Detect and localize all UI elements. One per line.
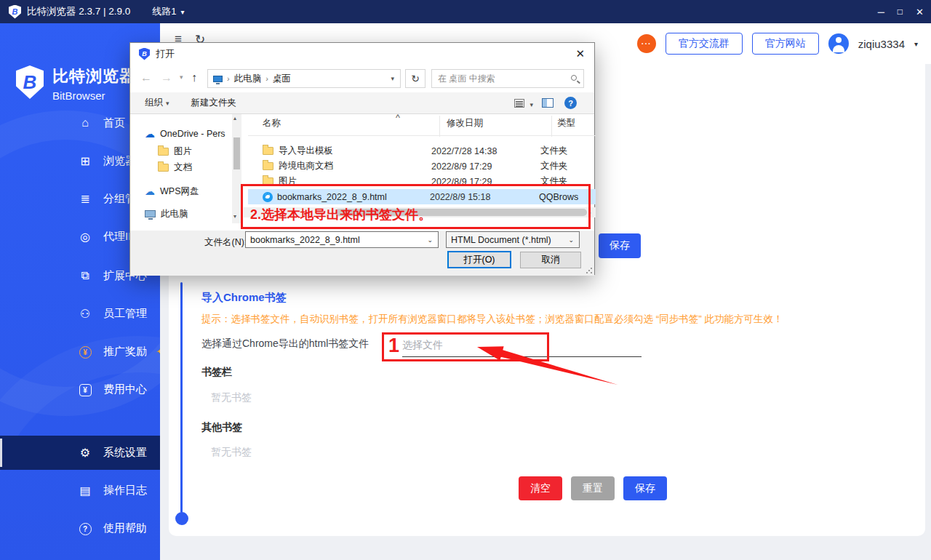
search-placeholder: 在 桌面 中搜索 — [438, 73, 495, 85]
computer-icon — [145, 210, 156, 217]
column-header-date[interactable]: 修改日期 — [447, 117, 483, 129]
scrollbar-thumb[interactable] — [233, 137, 240, 169]
new-folder-button[interactable]: 新建文件夹 — [191, 97, 237, 109]
sidebar-item-help[interactable]: ? 使用帮助 — [0, 511, 160, 545]
reset-button[interactable]: 重置 — [571, 476, 615, 500]
windows-grid-icon: ⊞ — [77, 154, 93, 168]
open-file-dialog: B 打开 ✕ ← → ▾ ↑ › 此电脑 › 桌面 ▾ ↻ 在 桌面 中搜索 组… — [129, 42, 595, 275]
people-icon: ⚇ — [77, 307, 93, 321]
column-header-type[interactable]: 类型 — [557, 117, 575, 129]
filename-combobox[interactable]: bookmarks_2022_8_9.html ⌄ — [245, 231, 439, 248]
forward-icon[interactable]: → — [161, 71, 172, 84]
yen-circle-icon: ¥ — [77, 345, 93, 359]
other-bookmarks-label: 其他书签 — [201, 421, 242, 434]
combo-caret-icon[interactable]: ⌄ — [427, 236, 433, 244]
section-heading: 导入Chrome书签 — [201, 291, 287, 305]
avatar[interactable] — [828, 33, 849, 54]
sparkle-icon: ✦✧ — [156, 345, 160, 359]
annotation-number-step1: 1 — [388, 335, 399, 357]
tree-item-documents[interactable]: 文档 — [158, 160, 192, 175]
search-icon — [571, 75, 577, 81]
sidebar-item-faq[interactable]: i 常见问题 — [0, 549, 160, 560]
help-icon[interactable]: ? — [564, 97, 577, 109]
folder-icon — [263, 162, 273, 170]
file-row-import-export-template[interactable]: 导入导出模板 2022/7/28 14:38 文件夹 — [248, 143, 596, 159]
user-menu-caret-icon[interactable]: ▾ — [914, 40, 918, 48]
tree-item-onedrive[interactable]: ☁ OneDrive - Pers — [145, 127, 231, 141]
line-selector[interactable]: 线路1 — [152, 5, 176, 18]
back-icon[interactable]: ← — [140, 71, 152, 84]
computer-icon — [213, 76, 223, 82]
location-pin-icon: ◎ — [77, 230, 93, 244]
wps-cloud-icon: ☁ — [145, 185, 155, 197]
official-group-button[interactable]: 官方交流群 — [666, 33, 743, 55]
clear-button[interactable]: 清空 — [519, 476, 562, 500]
logo-subtitle: BitBrowser — [52, 89, 136, 102]
line-caret-icon[interactable]: ▾ — [181, 8, 185, 16]
minimize-button[interactable]: ─ — [878, 7, 884, 17]
cancel-button[interactable]: 取消 — [520, 252, 581, 268]
shield-yen-icon: ¥ — [77, 383, 93, 396]
filetype-combobox[interactable]: HTML Document (*.html) ⌄ — [446, 231, 580, 248]
resize-grip[interactable] — [586, 267, 592, 273]
section-scroll-line — [180, 282, 183, 513]
dialog-close-icon[interactable]: ✕ — [575, 47, 585, 60]
folder-icon — [158, 148, 169, 156]
breadcrumb-this-pc[interactable]: 此电脑 — [234, 73, 262, 85]
sidebar-item-staff-management[interactable]: ⚇ 员工管理 — [0, 297, 160, 330]
scroll-down-icon[interactable]: ▾ — [233, 213, 236, 220]
layers-icon: ≣ — [77, 192, 93, 206]
sidebar-item-promotion-rewards[interactable]: ¥ 推广奖励 ✦✧ — [0, 335, 160, 368]
breadcrumb-desktop[interactable]: 桌面 — [273, 73, 291, 85]
official-site-button[interactable]: 官方网站 — [752, 33, 819, 55]
bookmark-bar-label: 书签栏 — [201, 366, 232, 379]
logo-title: 比特浏览器 — [52, 65, 136, 87]
dialog-bottom-bar: 文件名(N): bookmarks_2022_8_9.html ⌄ HTML D… — [130, 231, 594, 276]
sidebar-item-operation-log[interactable]: ▤ 操作日志 — [0, 473, 160, 507]
log-icon: ▤ — [77, 484, 93, 497]
maximize-button[interactable]: □ — [898, 7, 903, 17]
tree-item-pictures[interactable]: 图片 — [158, 144, 192, 159]
dialog-search-box[interactable]: 在 桌面 中搜索 — [431, 69, 584, 88]
annotation-text-step2: 2.选择本地导出来的书签文件。 — [250, 206, 431, 223]
preview-pane-icon[interactable] — [542, 98, 554, 108]
up-icon[interactable]: ↑ — [191, 71, 197, 84]
sort-ascending-icon: ^ — [396, 113, 400, 123]
username[interactable]: ziqiu3334 — [858, 38, 905, 50]
sidebar-item-system-settings[interactable]: ⚙ 系统设置 — [0, 436, 160, 470]
cube-icon: ⧉ — [77, 269, 93, 282]
close-button[interactable]: ✕ — [916, 7, 924, 17]
view-caret-icon[interactable]: ▾ — [530, 101, 533, 108]
dialog-titlebar[interactable]: B 打开 ✕ — [130, 43, 594, 65]
section-scroll-dot[interactable] — [175, 512, 188, 525]
file-row-crossborder-docs[interactable]: 跨境电商文档 2022/8/9 17:29 文件夹 — [248, 159, 596, 174]
folder-icon — [158, 164, 169, 172]
combo-caret-icon[interactable]: ⌄ — [568, 236, 574, 244]
gear-icon: ⚙ — [77, 446, 93, 460]
open-button[interactable]: 打开(O) — [447, 251, 511, 268]
question-circle-icon: ? — [77, 521, 93, 535]
breadcrumb-caret-icon[interactable]: ▾ — [391, 75, 394, 82]
view-list-icon[interactable] — [514, 99, 524, 108]
organize-menu[interactable]: 组织▾ — [145, 97, 169, 109]
app-title: 比特浏览器 2.3.7 | 2.9.0 — [27, 5, 130, 18]
dialog-nav-bar: ← → ▾ ↑ › 此电脑 › 桌面 ▾ ↻ 在 桌面 中搜索 — [130, 65, 594, 92]
other-bookmarks-input[interactable]: 暂无书签 — [199, 439, 910, 465]
app-logo-icon: B — [9, 5, 21, 19]
filename-label: 文件名(N): — [204, 236, 247, 249]
dialog-refresh-button[interactable]: ↻ — [405, 69, 425, 88]
tree-item-wps-drive[interactable]: ☁ WPS网盘 — [145, 184, 199, 199]
history-caret-icon[interactable]: ▾ — [180, 73, 183, 81]
annotation-arrow — [466, 335, 626, 393]
previous-section-save-button[interactable]: 保存 — [599, 233, 641, 258]
tree-item-this-pc[interactable]: 此电脑 — [145, 207, 188, 221]
column-header-name[interactable]: 名称 — [263, 117, 281, 129]
scroll-up-icon[interactable]: ▴ — [233, 115, 236, 121]
dialog-toolbar: 组织▾ 新建文件夹 ▾ ? — [130, 92, 594, 114]
sidebar-item-billing-center[interactable]: ¥ 费用中心 — [0, 372, 160, 406]
breadcrumb[interactable]: › 此电脑 › 桌面 ▾ — [207, 69, 401, 88]
customer-service-icon[interactable]: ··· — [637, 34, 656, 53]
home-icon: ⌂ — [77, 116, 93, 129]
dialog-app-icon: B — [139, 48, 150, 60]
save-button[interactable]: 保存 — [623, 476, 667, 500]
